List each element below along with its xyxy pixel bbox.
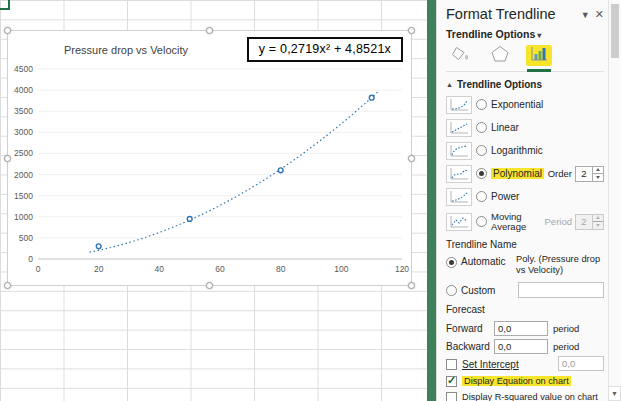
bar-chart-icon [528, 44, 550, 68]
radio-logarithmic[interactable] [476, 145, 487, 156]
chart-resize-handle[interactable] [408, 27, 415, 34]
period-label: Period [545, 216, 572, 227]
order-decrement-button[interactable] [593, 174, 603, 181]
svg-text:1500: 1500 [14, 191, 33, 201]
svg-text:3000: 3000 [14, 127, 33, 137]
forecast-backward-row: Backward period [446, 337, 604, 355]
set-intercept-row: Set Intercept [446, 355, 604, 373]
scrollbar-thumb[interactable] [611, 4, 619, 58]
trendline-type-row: Exponential [446, 93, 604, 116]
logarithmic-trendline-icon [446, 142, 472, 160]
pane-options-icon[interactable]: ▼ [581, 10, 590, 20]
scatter-plot: 0500100015002000250030003500400045000204… [8, 31, 413, 287]
chevron-down-icon: ▾ [537, 31, 541, 40]
display-equation-checkbox[interactable] [446, 376, 457, 387]
intercept-value-input [558, 356, 604, 371]
order-label: Order [548, 168, 572, 179]
order-value: 2 [576, 167, 592, 181]
backward-periods-input[interactable] [494, 339, 548, 354]
trendline-name-label: Trendline Name [446, 239, 604, 254]
svg-text:500: 500 [19, 233, 33, 243]
automatic-name-value: Poly. (Pressure drop vs Velocity) [516, 254, 604, 276]
svg-text:20: 20 [94, 264, 104, 274]
collapse-triangle-icon: ▲ [446, 81, 453, 88]
trendline-type-row: Power [446, 185, 604, 208]
chart-object[interactable]: 0500100015002000250030003500400045000204… [7, 30, 412, 286]
spreadsheet-grid[interactable]: 0500100015002000250030003500400045000204… [0, 0, 427, 401]
trendline-type-row: Linear [446, 116, 604, 139]
chart-resize-handle[interactable] [408, 155, 415, 162]
trendline-options-section-header[interactable]: ▲ Trendline Options [446, 75, 604, 93]
excel-window: 0500100015002000250030003500400045000204… [0, 0, 621, 401]
scroll-down-icon[interactable]: ▼ [608, 386, 621, 401]
close-icon[interactable]: ✕ [595, 8, 604, 21]
radio-automatic-name[interactable] [446, 257, 457, 268]
trendline-name-custom-row: Custom [446, 281, 604, 300]
chart-title[interactable]: Pressure drop vs Velocity [36, 44, 216, 56]
pane-scrollbar[interactable]: ▼ [608, 0, 621, 401]
trendline-name-automatic-row: Automatic Poly. (Pressure drop vs Veloci… [446, 254, 604, 281]
set-intercept-checkbox[interactable] [446, 359, 457, 370]
fill-line-tab[interactable] [448, 45, 474, 66]
format-trendline-pane: Format Trendline ▼ ✕ Trendline Options▾ [436, 0, 621, 401]
forecast-label: Forecast [446, 304, 604, 319]
exponential-trendline-icon [446, 96, 472, 114]
trendline-type-row: Logarithmic [446, 139, 604, 162]
chart-resize-handle[interactable] [206, 27, 213, 34]
chart-resize-handle[interactable] [206, 282, 213, 289]
radio-polynomial[interactable] [476, 168, 487, 179]
order-increment-button[interactable] [593, 167, 603, 174]
radio-custom-name[interactable] [446, 285, 457, 296]
moving-average-trendline-icon [446, 213, 472, 231]
power-trendline-icon [446, 188, 472, 206]
display-r-squared-row: Display R-squared value on chart [446, 389, 604, 401]
svg-text:80: 80 [276, 264, 286, 274]
display-equation-row: Display Equation on chart [446, 373, 604, 389]
pentagon-effects-icon [489, 44, 511, 68]
chart-resize-handle[interactable] [4, 282, 11, 289]
pane-title: Format Trendline [446, 6, 581, 22]
custom-name-input[interactable] [518, 282, 604, 298]
period-decrement-button [593, 222, 603, 229]
active-cell-border [0, 0, 10, 10]
svg-text:0: 0 [36, 264, 41, 274]
chart-resize-handle[interactable] [4, 27, 11, 34]
radio-linear[interactable] [476, 122, 487, 133]
svg-text:3500: 3500 [14, 106, 33, 116]
radio-moving-average[interactable] [476, 216, 487, 227]
period-spinner: 2 [575, 214, 604, 230]
svg-text:100: 100 [334, 264, 348, 274]
chart-resize-handle[interactable] [4, 155, 11, 162]
order-spinner[interactable]: 2 [575, 166, 604, 182]
svg-text:4500: 4500 [14, 64, 33, 74]
trendline-options-heading[interactable]: Trendline Options▾ [446, 28, 604, 42]
pane-tab-strip [446, 42, 604, 72]
svg-text:0: 0 [28, 254, 33, 264]
forecast-forward-row: Forward period [446, 319, 604, 337]
pane-splitter[interactable] [427, 0, 436, 401]
trendline-options-tab[interactable] [526, 45, 552, 66]
period-increment-button [593, 215, 603, 222]
svg-text:2500: 2500 [14, 148, 33, 158]
display-r-squared-checkbox[interactable] [446, 392, 457, 401]
trendline-type-row: Polynomial Order 2 [446, 162, 604, 185]
svg-text:2000: 2000 [14, 170, 33, 180]
trendline-type-row: Moving Average Period 2 [446, 208, 604, 235]
chart-resize-handle[interactable] [408, 282, 415, 289]
radio-power[interactable] [476, 191, 487, 202]
effects-tab[interactable] [487, 45, 513, 66]
svg-text:120: 120 [395, 264, 409, 274]
trendline-equation-annotation[interactable]: y = 0,2719x² + 4,8521x [247, 37, 403, 62]
paint-bucket-icon [450, 44, 472, 68]
forward-periods-input[interactable] [494, 321, 548, 336]
svg-text:60: 60 [215, 264, 225, 274]
period-value: 2 [576, 215, 592, 229]
linear-trendline-icon [446, 119, 472, 137]
radio-exponential[interactable] [476, 99, 487, 110]
svg-text:40: 40 [155, 264, 165, 274]
polynomial-trendline-icon [446, 165, 472, 183]
svg-text:1000: 1000 [14, 212, 33, 222]
svg-text:4000: 4000 [14, 85, 33, 95]
